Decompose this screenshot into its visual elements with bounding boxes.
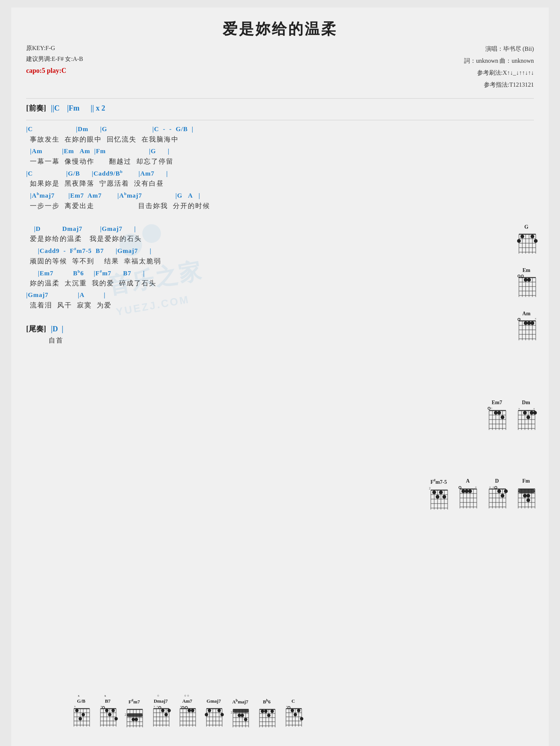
svg-point-51 <box>488 407 490 409</box>
lyric-row-1: 事故发生 在妳的眼中 回忆流失 在我脑海中 <box>26 134 534 145</box>
svg-point-239 <box>205 713 208 716</box>
svg-point-178 <box>112 709 115 712</box>
chorus-chord-3: |Em7 Bb6 |F#m7 B7 | <box>26 269 534 278</box>
svg-point-272 <box>267 714 271 717</box>
song-title: 爱是妳给的温柔 <box>26 19 534 39</box>
svg-point-258 <box>244 718 248 721</box>
svg-point-81 <box>526 415 530 419</box>
svg-point-240 <box>208 709 211 712</box>
svg-point-66 <box>501 415 504 419</box>
svg-point-226 <box>188 709 191 712</box>
svg-point-130 <box>497 489 501 493</box>
svg-point-114 <box>465 489 469 493</box>
chord-abmaj7: Abmaj7 2 <box>230 693 251 732</box>
chord-gb: x G/B × <box>71 693 91 732</box>
svg-rect-191 <box>127 714 143 717</box>
svg-point-83 <box>533 411 537 415</box>
chord-gmaj7: Gmaj7 <box>203 693 224 732</box>
svg-point-49 <box>527 321 531 325</box>
svg-point-96 <box>436 495 439 499</box>
svg-text:×: × <box>180 705 182 708</box>
svg-point-270 <box>261 710 264 713</box>
bottom-chord-diagrams: x G/B × x <box>34 693 538 732</box>
svg-point-16 <box>520 235 524 238</box>
capo-line: capo:5 play:C <box>26 65 83 77</box>
prelude-content: ||C |Fm || x 2 <box>51 104 105 112</box>
svg-point-64 <box>494 411 498 415</box>
svg-point-288 <box>294 713 297 716</box>
svg-point-32 <box>524 278 528 282</box>
chord-row-3: |C |G/B |Cadd9/Bb |Am7 | <box>26 169 534 178</box>
svg-point-132 <box>504 489 508 493</box>
svg-text:×: × <box>533 407 535 411</box>
chord-bb6: Bb6 <box>256 693 277 732</box>
svg-point-273 <box>271 710 274 713</box>
svg-point-241 <box>218 709 221 712</box>
chord-em: Em <box>515 267 538 303</box>
chord-d: D × × <box>485 478 508 516</box>
chord-dmaj7: ○ Dmaj7 × × <box>150 693 171 732</box>
svg-point-147 <box>526 498 530 502</box>
svg-text:×: × <box>492 485 494 489</box>
svg-point-161 <box>79 717 82 720</box>
chorus-lyric-4: 流着泪 风干 寂寞 为爱 <box>26 300 534 310</box>
suggest-line: 建议男调:E-F# 女:A-B <box>26 54 83 65</box>
svg-rect-144 <box>518 489 535 493</box>
svg-point-209 <box>161 709 165 712</box>
right-info: 演唱：毕书尽 (Bii) 詞：unknown 曲：unknown 参考刷法:X↑… <box>464 43 534 91</box>
svg-point-242 <box>221 713 224 716</box>
svg-point-289 <box>297 709 301 712</box>
svg-text:○: ○ <box>491 407 492 410</box>
chord-b7: x B7 × <box>97 693 118 732</box>
svg-point-162 <box>82 713 85 716</box>
left-info: 原KEY:F-G 建议男调:E-F# 女:A-B capo:5 play:C <box>26 43 83 91</box>
singer-line: 演唱：毕书尽 (Bii) <box>464 43 534 55</box>
svg-point-18 <box>534 239 538 243</box>
svg-point-290 <box>300 717 304 720</box>
chord-row-1: |C |Dm |G |C - - G/B | <box>26 125 534 134</box>
chord-g: G <box>515 224 538 259</box>
svg-point-146 <box>526 494 530 498</box>
mid-chord-diagrams: Em7 ○ Dm <box>485 400 538 438</box>
svg-point-179 <box>115 717 118 720</box>
svg-point-80 <box>523 411 527 415</box>
svg-point-31 <box>521 275 523 277</box>
svg-text:×: × <box>74 705 76 708</box>
row1-chord-diagrams: F#m7-5 2 A <box>427 478 538 518</box>
svg-point-15 <box>517 239 521 243</box>
chord-a: A × <box>456 478 479 516</box>
svg-point-287 <box>291 709 294 712</box>
chord-c: C × <box>283 693 304 732</box>
svg-point-97 <box>439 490 443 494</box>
svg-point-113 <box>461 489 465 493</box>
verse-section-1: |C |Dm |G |C - - G/B | 事故发生 在妳的眼中 回忆流失 在… <box>26 125 534 211</box>
chord-row-2: |Am |Em Am |Fm |G | <box>26 147 534 156</box>
svg-text:×: × <box>535 318 536 321</box>
svg-text:×: × <box>475 485 477 489</box>
svg-text:2: 2 <box>125 713 126 716</box>
strum-line: 参考刷法:X↑↓_↓↑↑↓↑↓ <box>464 67 534 79</box>
prelude-label: [前奏] <box>26 104 46 112</box>
svg-point-177 <box>108 713 112 716</box>
svg-point-257 <box>241 714 244 717</box>
outro-lyric: 自首 <box>26 335 534 346</box>
svg-text:×: × <box>100 705 102 708</box>
lyric-row-3: 如果妳是 黑夜降落 宁愿活着 没有白昼 <box>26 179 534 189</box>
outro-chord: |D | <box>51 325 63 333</box>
header-area: 原KEY:F-G 建议男调:E-F# 女:A-B capo:5 play:C 演… <box>26 43 534 91</box>
svg-point-95 <box>432 490 436 494</box>
chord-fshm7: F#m7 2 <box>124 693 144 732</box>
chorus-chord-2: |Cadd9 - F#m7-5 B7 |Gmaj7 | <box>26 246 534 255</box>
svg-text:2: 2 <box>429 487 430 490</box>
svg-point-98 <box>442 495 446 499</box>
svg-text:×: × <box>489 485 491 489</box>
right-chord-diagrams: G <box>515 224 538 347</box>
svg-rect-255 <box>233 709 249 713</box>
svg-point-210 <box>165 713 168 716</box>
svg-point-131 <box>501 494 504 498</box>
svg-text:×: × <box>286 705 288 708</box>
svg-point-227 <box>191 709 195 712</box>
chord-am: Am ○ × <box>515 311 538 346</box>
svg-point-100 <box>459 486 461 489</box>
outro-label: [尾奏] <box>26 325 46 333</box>
